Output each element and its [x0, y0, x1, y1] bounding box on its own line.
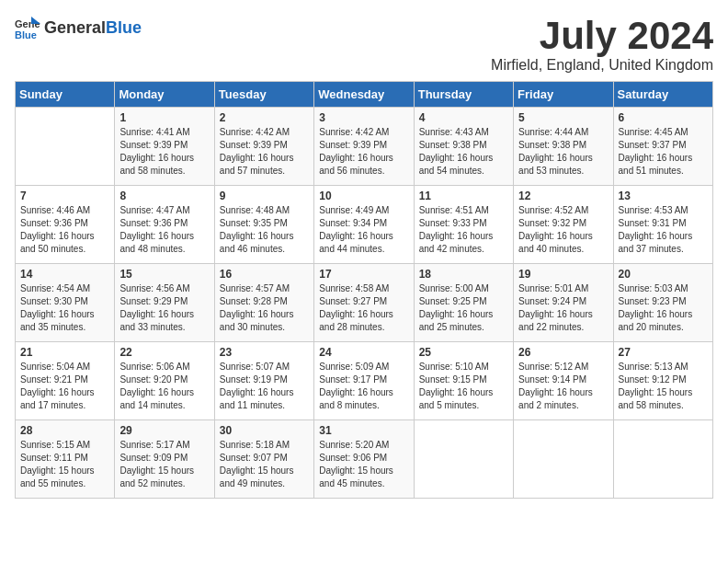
calendar-cell: 4Sunrise: 4:43 AM Sunset: 9:38 PM Daylig… [414, 108, 513, 186]
calendar-cell: 22Sunrise: 5:06 AM Sunset: 9:20 PM Dayli… [115, 342, 214, 420]
logo-icon: General Blue [15, 15, 40, 40]
day-number: 8 [119, 190, 209, 202]
calendar-cell: 23Sunrise: 5:07 AM Sunset: 9:19 PM Dayli… [214, 342, 313, 420]
calendar-cell [414, 420, 513, 499]
day-info: Sunrise: 5:03 AM Sunset: 9:23 PM Dayligh… [619, 282, 708, 334]
calendar-cell: 28Sunrise: 5:15 AM Sunset: 9:11 PM Dayli… [16, 420, 115, 499]
day-info: Sunrise: 4:42 AM Sunset: 9:39 PM Dayligh… [220, 126, 309, 178]
day-number: 11 [419, 190, 508, 202]
calendar-week-1: 1Sunrise: 4:41 AM Sunset: 9:39 PM Daylig… [16, 108, 713, 186]
day-number: 24 [319, 346, 408, 359]
day-info: Sunrise: 5:07 AM Sunset: 9:19 PM Dayligh… [220, 361, 309, 412]
day-info: Sunrise: 4:42 AM Sunset: 9:39 PM Dayligh… [319, 126, 408, 178]
day-info: Sunrise: 5:18 AM Sunset: 9:07 PM Dayligh… [220, 439, 309, 490]
day-info: Sunrise: 4:57 AM Sunset: 9:28 PM Dayligh… [220, 282, 309, 334]
day-info: Sunrise: 5:00 AM Sunset: 9:25 PM Dayligh… [419, 282, 508, 334]
day-number: 22 [119, 346, 209, 359]
day-info: Sunrise: 5:12 AM Sunset: 9:14 PM Dayligh… [518, 361, 608, 412]
day-info: Sunrise: 4:51 AM Sunset: 9:33 PM Dayligh… [419, 204, 508, 256]
calendar-cell: 3Sunrise: 4:42 AM Sunset: 9:39 PM Daylig… [314, 108, 414, 186]
header-day-monday: Monday [115, 82, 214, 108]
day-number: 17 [319, 268, 408, 281]
calendar-cell: 12Sunrise: 4:52 AM Sunset: 9:32 PM Dayli… [514, 186, 613, 264]
calendar-week-2: 7Sunrise: 4:46 AM Sunset: 9:36 PM Daylig… [16, 186, 713, 264]
calendar-cell: 1Sunrise: 4:41 AM Sunset: 9:39 PM Daylig… [115, 108, 214, 186]
location-title: Mirfield, England, United Kingdom [491, 57, 713, 74]
day-info: Sunrise: 4:58 AM Sunset: 9:27 PM Dayligh… [319, 282, 408, 334]
day-info: Sunrise: 5:13 AM Sunset: 9:12 PM Dayligh… [619, 361, 708, 412]
calendar-cell: 10Sunrise: 4:49 AM Sunset: 9:34 PM Dayli… [314, 186, 414, 264]
day-number: 18 [419, 268, 508, 281]
header-day-friday: Friday [514, 82, 613, 108]
day-info: Sunrise: 4:47 AM Sunset: 9:36 PM Dayligh… [119, 204, 209, 256]
day-info: Sunrise: 4:48 AM Sunset: 9:35 PM Dayligh… [220, 204, 309, 256]
day-info: Sunrise: 5:10 AM Sunset: 9:15 PM Dayligh… [419, 361, 508, 412]
day-info: Sunrise: 4:45 AM Sunset: 9:37 PM Dayligh… [619, 126, 708, 178]
day-number: 1 [119, 111, 209, 124]
day-info: Sunrise: 4:56 AM Sunset: 9:29 PM Dayligh… [119, 282, 209, 334]
calendar-cell: 13Sunrise: 4:53 AM Sunset: 9:31 PM Dayli… [613, 186, 712, 264]
calendar-cell: 9Sunrise: 4:48 AM Sunset: 9:35 PM Daylig… [214, 186, 313, 264]
calendar-cell: 18Sunrise: 5:00 AM Sunset: 9:25 PM Dayli… [414, 264, 513, 342]
calendar-cell: 20Sunrise: 5:03 AM Sunset: 9:23 PM Dayli… [613, 264, 712, 342]
day-number: 13 [619, 190, 708, 202]
calendar-cell: 16Sunrise: 4:57 AM Sunset: 9:28 PM Dayli… [214, 264, 313, 342]
day-number: 4 [419, 111, 508, 124]
logo: General Blue GeneralBlue [15, 15, 142, 40]
day-number: 23 [220, 346, 309, 359]
day-number: 21 [20, 346, 109, 359]
day-number: 29 [119, 424, 209, 437]
day-info: Sunrise: 4:43 AM Sunset: 9:38 PM Dayligh… [419, 126, 508, 178]
day-info: Sunrise: 4:53 AM Sunset: 9:31 PM Dayligh… [619, 204, 708, 256]
day-info: Sunrise: 4:52 AM Sunset: 9:32 PM Dayligh… [518, 204, 608, 256]
header-day-tuesday: Tuesday [214, 82, 313, 108]
calendar-cell: 2Sunrise: 4:42 AM Sunset: 9:39 PM Daylig… [214, 108, 313, 186]
svg-text:Blue: Blue [15, 29, 37, 40]
calendar-cell: 11Sunrise: 4:51 AM Sunset: 9:33 PM Dayli… [414, 186, 513, 264]
day-info: Sunrise: 4:44 AM Sunset: 9:38 PM Dayligh… [518, 126, 608, 178]
day-number: 27 [619, 346, 708, 359]
calendar-cell: 30Sunrise: 5:18 AM Sunset: 9:07 PM Dayli… [214, 420, 313, 499]
day-info: Sunrise: 5:17 AM Sunset: 9:09 PM Dayligh… [119, 439, 209, 490]
day-info: Sunrise: 4:49 AM Sunset: 9:34 PM Dayligh… [319, 204, 408, 256]
calendar-header-row: SundayMondayTuesdayWednesdayThursdayFrid… [16, 82, 713, 108]
day-number: 28 [20, 424, 109, 437]
calendar-body: 1Sunrise: 4:41 AM Sunset: 9:39 PM Daylig… [16, 108, 713, 499]
title-area: July 2024 Mirfield, England, United King… [491, 15, 713, 74]
calendar-cell: 8Sunrise: 4:47 AM Sunset: 9:36 PM Daylig… [115, 186, 214, 264]
logo-general: General [44, 18, 106, 38]
header: General Blue GeneralBlue July 2024 Mirfi… [15, 15, 713, 74]
day-number: 7 [20, 190, 109, 202]
day-number: 12 [518, 190, 608, 202]
day-number: 16 [220, 268, 309, 281]
day-number: 5 [518, 111, 608, 124]
day-number: 9 [220, 190, 309, 202]
day-number: 10 [319, 190, 408, 202]
day-number: 15 [119, 268, 209, 281]
calendar-cell: 31Sunrise: 5:20 AM Sunset: 9:06 PM Dayli… [314, 420, 414, 499]
day-number: 25 [419, 346, 508, 359]
calendar-week-3: 14Sunrise: 4:54 AM Sunset: 9:30 PM Dayli… [16, 264, 713, 342]
calendar-cell: 26Sunrise: 5:12 AM Sunset: 9:14 PM Dayli… [514, 342, 613, 420]
calendar-week-5: 28Sunrise: 5:15 AM Sunset: 9:11 PM Dayli… [16, 420, 713, 499]
calendar-cell [613, 420, 712, 499]
calendar-table: SundayMondayTuesdayWednesdayThursdayFrid… [15, 81, 713, 499]
calendar-cell: 6Sunrise: 4:45 AM Sunset: 9:37 PM Daylig… [613, 108, 712, 186]
calendar-cell: 24Sunrise: 5:09 AM Sunset: 9:17 PM Dayli… [314, 342, 414, 420]
day-number: 2 [220, 111, 309, 124]
calendar-cell: 25Sunrise: 5:10 AM Sunset: 9:15 PM Dayli… [414, 342, 513, 420]
day-info: Sunrise: 4:41 AM Sunset: 9:39 PM Dayligh… [119, 126, 209, 178]
day-info: Sunrise: 5:01 AM Sunset: 9:24 PM Dayligh… [518, 282, 608, 334]
calendar-cell: 19Sunrise: 5:01 AM Sunset: 9:24 PM Dayli… [514, 264, 613, 342]
logo-blue: Blue [106, 18, 142, 38]
day-number: 31 [319, 424, 408, 437]
day-info: Sunrise: 4:46 AM Sunset: 9:36 PM Dayligh… [20, 204, 109, 256]
calendar-cell [514, 420, 613, 499]
calendar-cell: 21Sunrise: 5:04 AM Sunset: 9:21 PM Dayli… [16, 342, 115, 420]
day-info: Sunrise: 5:20 AM Sunset: 9:06 PM Dayligh… [319, 439, 408, 490]
day-number: 19 [518, 268, 608, 281]
header-day-sunday: Sunday [16, 82, 115, 108]
day-number: 14 [20, 268, 109, 281]
day-info: Sunrise: 4:54 AM Sunset: 9:30 PM Dayligh… [20, 282, 109, 334]
month-title: July 2024 [491, 15, 713, 57]
